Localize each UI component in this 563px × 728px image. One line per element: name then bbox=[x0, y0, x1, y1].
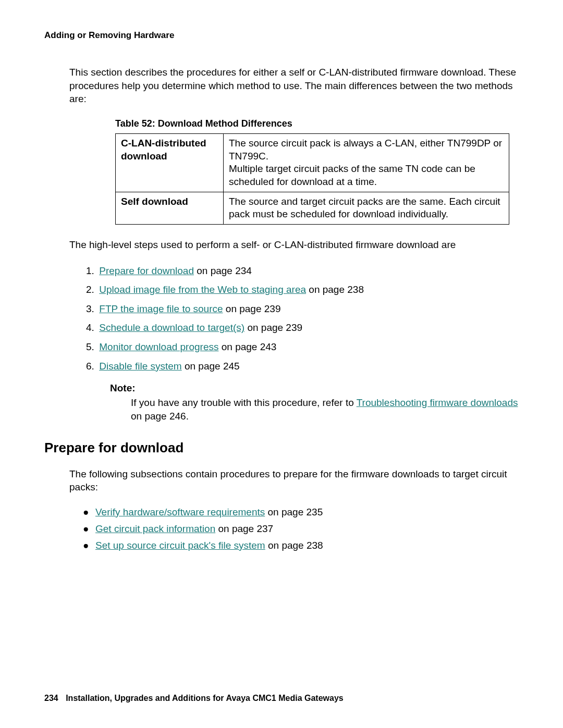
link-verify-requirements[interactable]: Verify hardware/software requirements bbox=[95, 507, 265, 517]
page-ref: on page 238 bbox=[265, 540, 323, 551]
list-item: ● Verify hardware/software requirements … bbox=[83, 507, 519, 518]
table-caption: Table 52: Download Method Differences bbox=[115, 118, 519, 129]
footer-title: Installation, Upgrades and Additions for… bbox=[66, 694, 344, 702]
bullet-icon: ● bbox=[83, 540, 95, 551]
note-block: Note: If you have any trouble with this … bbox=[85, 382, 519, 423]
link-circuit-pack-info[interactable]: Get circuit pack information bbox=[95, 523, 215, 534]
link-ftp-image[interactable]: FTP the image file to source bbox=[99, 303, 223, 314]
section-heading: Prepare for download bbox=[44, 440, 519, 456]
link-troubleshooting[interactable]: Troubleshooting firmware downloads bbox=[357, 397, 518, 408]
note-prefix: If you have any trouble with this proced… bbox=[131, 397, 357, 408]
list-number: 3. bbox=[86, 302, 96, 316]
list-item: 5. Monitor download progress on page 243 bbox=[86, 340, 519, 354]
list-item: ● Get circuit pack information on page 2… bbox=[83, 523, 519, 535]
link-schedule-download[interactable]: Schedule a download to target(s) bbox=[99, 322, 244, 333]
steps-intro: The high-level steps used to perform a s… bbox=[69, 238, 519, 252]
list-number: 4. bbox=[86, 321, 96, 335]
list-number: 2. bbox=[86, 283, 96, 297]
steps-list: 1. Prepare for download on page 234 2. U… bbox=[69, 264, 519, 374]
page-ref: on page 238 bbox=[306, 284, 364, 295]
table-row-desc: The source and target circuit packs are … bbox=[224, 192, 509, 224]
method-differences-table: C-LAN-distributed download The source ci… bbox=[115, 133, 509, 225]
list-number: 1. bbox=[86, 264, 96, 278]
page-ref: on page 239 bbox=[223, 303, 281, 314]
link-prepare-download[interactable]: Prepare for download bbox=[99, 265, 194, 276]
list-item: 3. FTP the image file to source on page … bbox=[86, 302, 519, 316]
list-item: ● Set up source circuit pack's file syst… bbox=[83, 540, 519, 551]
list-item: 2. Upload image file from the Web to sta… bbox=[86, 283, 519, 297]
page-header: Adding or Removing Hardware bbox=[44, 30, 519, 41]
note-suffix: on page 246. bbox=[131, 411, 189, 422]
page-ref: on page 237 bbox=[215, 523, 273, 534]
link-setup-filesystem[interactable]: Set up source circuit pack's file system bbox=[95, 540, 265, 551]
list-item: 4. Schedule a download to target(s) on p… bbox=[86, 321, 519, 335]
note-text: If you have any trouble with this proced… bbox=[131, 396, 519, 423]
page-ref: on page 234 bbox=[194, 265, 252, 276]
link-monitor-progress[interactable]: Monitor download progress bbox=[99, 341, 218, 352]
link-disable-filesystem[interactable]: Disable file system bbox=[99, 361, 181, 372]
page-ref: on page 239 bbox=[244, 322, 302, 333]
table-row-desc: The source circuit pack is always a C-LA… bbox=[224, 133, 509, 192]
link-upload-image[interactable]: Upload image file from the Web to stagin… bbox=[99, 284, 306, 295]
section-intro: The following subsections contain proced… bbox=[69, 467, 519, 494]
page-footer: 234 Installation, Upgrades and Additions… bbox=[44, 694, 344, 703]
table-row-label: C-LAN-distributed download bbox=[116, 133, 224, 192]
note-label: Note: bbox=[110, 382, 519, 394]
list-item: 6. Disable file system on page 245 bbox=[86, 360, 519, 374]
intro-paragraph: This section describes the procedures fo… bbox=[69, 66, 519, 106]
list-number: 6. bbox=[86, 360, 96, 374]
page-number: 234 bbox=[44, 694, 58, 702]
bullet-list: ● Verify hardware/software requirements … bbox=[83, 507, 519, 551]
bullet-icon: ● bbox=[83, 507, 95, 518]
bullet-icon: ● bbox=[83, 523, 95, 535]
page-ref: on page 235 bbox=[265, 507, 323, 517]
list-item: 1. Prepare for download on page 234 bbox=[86, 264, 519, 278]
page-ref: on page 245 bbox=[182, 361, 240, 372]
list-number: 5. bbox=[86, 340, 96, 354]
page-ref: on page 243 bbox=[218, 341, 276, 352]
table-row-label: Self download bbox=[116, 192, 224, 224]
